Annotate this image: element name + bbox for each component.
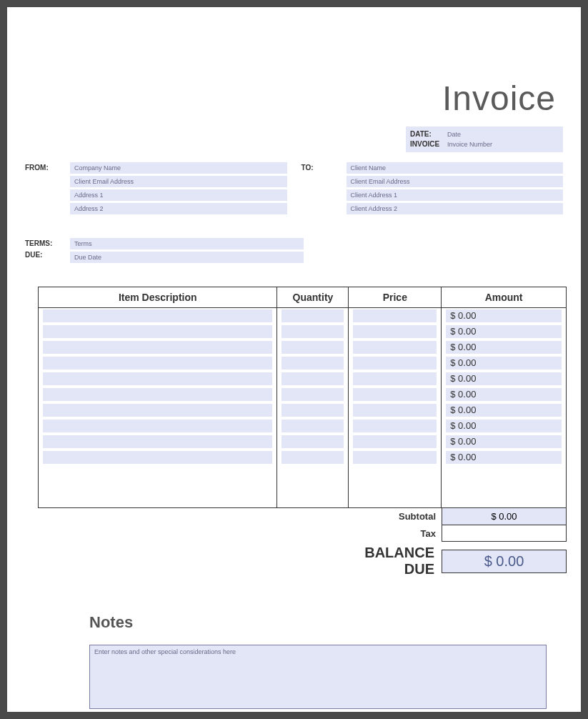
item-price-field[interactable] (353, 388, 437, 401)
item-price-field[interactable] (353, 357, 437, 370)
to-name-field[interactable]: Client Name (347, 162, 564, 174)
table-row: $ 0.00 (39, 434, 567, 450)
from-company-field[interactable]: Company Name (70, 162, 287, 174)
item-amount-value: $ 0.00 (446, 435, 562, 448)
item-price-field[interactable] (353, 325, 437, 338)
item-price-field[interactable] (353, 372, 437, 385)
from-address2-field[interactable]: Address 2 (70, 203, 287, 214)
from-email-field[interactable]: Client Email Address (70, 176, 287, 187)
table-row: $ 0.00 (39, 450, 567, 465)
line-items-table: Item Description Quantity Price Amount $… (38, 287, 567, 508)
from-address1-field[interactable]: Address 1 (70, 189, 287, 201)
item-amount-value: $ 0.00 (446, 388, 562, 401)
col-price: Price (349, 287, 442, 308)
item-description-field[interactable] (43, 451, 272, 464)
to-label: TO: (302, 162, 341, 217)
col-quantity: Quantity (277, 287, 349, 308)
page-title: Invoice (25, 79, 556, 118)
item-description-field[interactable] (43, 341, 272, 354)
item-description-field[interactable] (43, 309, 272, 322)
item-description-field[interactable] (43, 404, 272, 417)
item-description-field[interactable] (43, 420, 272, 432)
table-row: $ 0.00 (39, 387, 567, 402)
table-row: $ 0.00 (39, 308, 567, 324)
item-description-field[interactable] (43, 357, 272, 370)
item-quantity-field[interactable] (281, 309, 344, 322)
item-description-field[interactable] (43, 325, 272, 338)
terms-block: TERMS: DUE: Terms Due Date (25, 238, 304, 265)
from-block: FROM: Company Name Client Email Address … (25, 162, 287, 217)
subtotal-value: $ 0.00 (442, 508, 567, 525)
item-quantity-field[interactable] (281, 388, 344, 401)
item-quantity-field[interactable] (281, 372, 344, 385)
to-email-field[interactable]: Client Email Address (347, 176, 564, 187)
table-row: $ 0.00 (39, 355, 567, 371)
item-quantity-field[interactable] (281, 451, 344, 464)
item-price-field[interactable] (353, 309, 437, 322)
item-amount-value: $ 0.00 (446, 325, 562, 338)
notes-textarea[interactable]: Enter notes and other special considerat… (89, 645, 547, 709)
due-label: DUE: (25, 249, 64, 261)
subtotal-label: Subtotal (347, 508, 442, 525)
tax-value[interactable] (442, 525, 567, 542)
col-description: Item Description (39, 287, 277, 308)
item-description-field[interactable] (43, 388, 272, 401)
item-price-field[interactable] (353, 404, 437, 417)
balance-due-label: BALANCE DUE (347, 545, 442, 577)
item-quantity-field[interactable] (281, 341, 344, 354)
terms-label: TERMS: (25, 238, 64, 249)
item-amount-value: $ 0.00 (446, 341, 562, 354)
item-amount-value: $ 0.00 (446, 404, 562, 417)
to-address2-field[interactable]: Client Address 2 (347, 203, 564, 214)
tax-label: Tax (347, 525, 442, 542)
invoice-number-field[interactable]: Invoice Number (447, 139, 492, 149)
table-row: $ 0.00 (39, 339, 567, 355)
item-description-field[interactable] (43, 435, 272, 448)
table-row: $ 0.00 (39, 371, 567, 387)
item-amount-value: $ 0.00 (446, 451, 562, 464)
notes-heading: Notes (89, 613, 563, 632)
to-block: TO: Client Name Client Email Address Cli… (302, 162, 564, 217)
due-date-field[interactable]: Due Date (70, 252, 304, 263)
item-price-field[interactable] (353, 435, 437, 448)
table-row: $ 0.00 (39, 324, 567, 339)
table-row: $ 0.00 (39, 402, 567, 418)
invoice-number-label: INVOICE (410, 139, 444, 149)
item-amount-value: $ 0.00 (446, 420, 562, 432)
item-quantity-field[interactable] (281, 404, 344, 417)
item-price-field[interactable] (353, 420, 437, 432)
invoice-page: Invoice DATE: Date INVOICE Invoice Numbe… (7, 7, 581, 712)
item-description-field[interactable] (43, 372, 272, 385)
item-quantity-field[interactable] (281, 420, 344, 432)
item-quantity-field[interactable] (281, 325, 344, 338)
item-amount-value: $ 0.00 (446, 372, 562, 385)
date-field[interactable]: Date (447, 129, 461, 139)
totals-block: Subtotal $ 0.00 Tax BALANCE DUE $ 0.00 (38, 508, 567, 577)
table-row: $ 0.00 (39, 418, 567, 434)
item-price-field[interactable] (353, 341, 437, 354)
from-label: FROM: (25, 162, 64, 217)
invoice-meta: DATE: Date INVOICE Invoice Number (406, 127, 563, 152)
to-address1-field[interactable]: Client Address 1 (347, 189, 564, 201)
date-label: DATE: (410, 129, 444, 139)
item-amount-value: $ 0.00 (446, 309, 562, 322)
item-quantity-field[interactable] (281, 357, 344, 370)
col-amount: Amount (442, 287, 567, 308)
item-price-field[interactable] (353, 451, 437, 464)
item-amount-value: $ 0.00 (446, 357, 562, 370)
item-quantity-field[interactable] (281, 435, 344, 448)
balance-due-value: $ 0.00 (442, 550, 567, 573)
terms-field[interactable]: Terms (70, 238, 304, 249)
